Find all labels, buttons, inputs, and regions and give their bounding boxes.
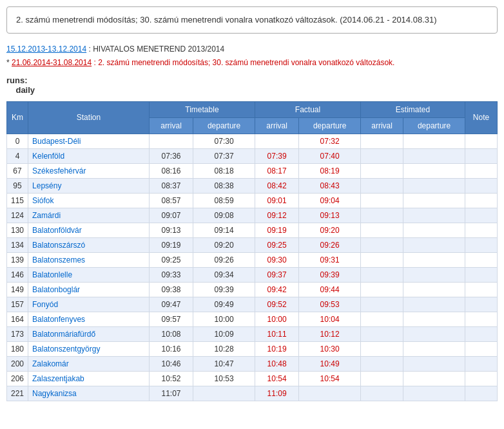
cell-station[interactable]: Siófok bbox=[28, 193, 150, 208]
cell-station[interactable]: Zalakomár bbox=[28, 356, 150, 371]
col-header-note: Note bbox=[465, 101, 498, 134]
cell-station[interactable]: Fonyód bbox=[28, 297, 150, 312]
cell-tt-departure: 07:37 bbox=[193, 148, 255, 163]
station-link[interactable]: Zalaszentjakab bbox=[32, 374, 84, 383]
station-link[interactable]: Székesfehérvár bbox=[32, 166, 86, 175]
cell-note bbox=[465, 148, 498, 163]
cell-fa-arrival: 09:30 bbox=[255, 252, 298, 267]
cell-fa-arrival: 09:52 bbox=[255, 297, 298, 312]
station-link[interactable]: Balatonlelle bbox=[32, 270, 72, 279]
cell-tt-departure: 07:30 bbox=[193, 134, 255, 148]
cell-station[interactable]: Balatonfenyves bbox=[28, 312, 150, 326]
cell-note bbox=[465, 267, 498, 282]
cell-est-departure bbox=[403, 267, 465, 282]
cell-km: 157 bbox=[7, 297, 28, 312]
cell-fa-arrival: 10:54 bbox=[255, 371, 298, 386]
station-link[interactable]: Balatonföldvár bbox=[32, 226, 82, 235]
cell-station[interactable]: Nagykanizsa bbox=[28, 386, 150, 401]
cell-tt-arrival: 10:46 bbox=[149, 356, 193, 371]
cell-km: 180 bbox=[7, 341, 28, 356]
cell-fa-arrival: 10:48 bbox=[255, 356, 298, 371]
cell-est-arrival bbox=[361, 341, 403, 356]
cell-est-departure bbox=[403, 297, 465, 312]
table-row: 149Balatonboglár09:3809:3909:4209:44 bbox=[7, 282, 498, 297]
col-header-fa-arrival: arrival bbox=[255, 117, 298, 134]
station-link[interactable]: Zamárdi bbox=[32, 211, 61, 220]
cell-fa-departure bbox=[299, 386, 361, 401]
cell-est-departure bbox=[403, 386, 465, 401]
table-row: 95Lepsény08:3708:3808:4208:43 bbox=[7, 178, 498, 193]
cell-est-arrival bbox=[361, 208, 403, 223]
cell-est-arrival bbox=[361, 371, 403, 386]
station-link[interactable]: Zalakomár bbox=[32, 359, 69, 368]
station-link[interactable]: Fonyód bbox=[32, 300, 58, 309]
cell-est-arrival bbox=[361, 312, 403, 326]
cell-station[interactable]: Székesfehérvár bbox=[28, 163, 150, 178]
cell-est-departure bbox=[403, 312, 465, 326]
cell-tt-departure: 08:59 bbox=[193, 193, 255, 208]
station-link[interactable]: Balatonfenyves bbox=[32, 315, 85, 324]
station-link[interactable]: Balatonszemes bbox=[32, 255, 85, 264]
cell-station[interactable]: Balatonszentgyörgy bbox=[28, 341, 150, 356]
table-row: 124Zamárdi09:0709:0809:1209:13 bbox=[7, 208, 498, 223]
cell-est-departure bbox=[403, 341, 465, 356]
cell-tt-arrival: 07:36 bbox=[149, 148, 193, 163]
cell-station[interactable]: Kelenföld bbox=[28, 148, 150, 163]
cell-tt-departure: 10:47 bbox=[193, 356, 255, 371]
announcement-text: 2. számú menetrendi módosítás; 30. számú… bbox=[16, 15, 437, 25]
timetable-link-2-suffix: : 2. számú menetrendi módosítás; 30. szá… bbox=[93, 58, 394, 67]
station-link[interactable]: Nagykanizsa bbox=[32, 389, 77, 398]
cell-station[interactable]: Balatonszemes bbox=[28, 252, 150, 267]
timetable-link-row-1: 15.12.2013-13.12.2014 : HIVATALOS MENETR… bbox=[6, 43, 498, 57]
table-row: 157Fonyód09:4709:4909:5209:53 bbox=[7, 297, 498, 312]
col-header-tt-arrival: arrival bbox=[149, 117, 193, 134]
cell-note bbox=[465, 134, 498, 148]
cell-est-arrival bbox=[361, 193, 403, 208]
station-link[interactable]: Lepsény bbox=[32, 181, 61, 190]
station-link[interactable]: Siófok bbox=[32, 196, 53, 205]
cell-station[interactable]: Balatonszárszó bbox=[28, 237, 150, 252]
cell-note bbox=[465, 223, 498, 237]
cell-station[interactable]: Zalaszentjakab bbox=[28, 371, 150, 386]
cell-km: 95 bbox=[7, 178, 28, 193]
cell-fa-arrival: 11:09 bbox=[255, 386, 298, 401]
table-row: 0Budapest-Déli07:3007:32 bbox=[7, 134, 498, 148]
cell-km: 206 bbox=[7, 371, 28, 386]
station-link[interactable]: Budapest-Déli bbox=[32, 137, 81, 146]
cell-station[interactable]: Balatonmáriafürdő bbox=[28, 326, 150, 341]
cell-station[interactable]: Budapest-Déli bbox=[28, 134, 150, 148]
cell-note bbox=[465, 356, 498, 371]
runs-section: runs: daily bbox=[6, 75, 498, 95]
cell-fa-arrival: 07:39 bbox=[255, 148, 298, 163]
table-row: 134Balatonszárszó09:1909:2009:2509:26 bbox=[7, 237, 498, 252]
table-row: 200Zalakomár10:4610:4710:4810:49 bbox=[7, 356, 498, 371]
cell-station[interactable]: Balatonlelle bbox=[28, 267, 150, 282]
cell-station[interactable]: Lepsény bbox=[28, 178, 150, 193]
cell-tt-departure: 09:34 bbox=[193, 267, 255, 282]
table-row: 139Balatonszemes09:2509:2609:3009:31 bbox=[7, 252, 498, 267]
timetable-link-1-suffix: : HIVATALOS MENETREND 2013/2014 bbox=[88, 45, 224, 54]
cell-note bbox=[465, 237, 498, 252]
table-row: 173Balatonmáriafürdő10:0810:0910:1110:12 bbox=[7, 326, 498, 341]
station-link[interactable]: Balatonszárszó bbox=[32, 241, 85, 250]
cell-station[interactable]: Balatonföldvár bbox=[28, 223, 150, 237]
station-link[interactable]: Balatonmáriafürdő bbox=[32, 330, 95, 339]
station-link[interactable]: Balatonboglár bbox=[32, 285, 80, 294]
cell-est-arrival bbox=[361, 134, 403, 148]
timetable-link-1[interactable]: 15.12.2013-13.12.2014 bbox=[6, 45, 86, 54]
table-row: 67Székesfehérvár08:1608:1808:1708:19 bbox=[7, 163, 498, 178]
timetable-links-section: 15.12.2013-13.12.2014 : HIVATALOS MENETR… bbox=[6, 43, 498, 70]
cell-station[interactable]: Balatonboglár bbox=[28, 282, 150, 297]
cell-station[interactable]: Zamárdi bbox=[28, 208, 150, 223]
timetable-link-2[interactable]: 21.06.2014-31.08.2014 bbox=[12, 58, 92, 67]
station-link[interactable]: Balatonszentgyörgy bbox=[32, 344, 100, 354]
cell-est-departure bbox=[403, 326, 465, 341]
cell-fa-departure: 08:19 bbox=[299, 163, 361, 178]
cell-fa-departure: 10:12 bbox=[299, 326, 361, 341]
station-link[interactable]: Kelenföld bbox=[32, 152, 64, 161]
col-header-km: Km bbox=[7, 101, 28, 134]
cell-est-departure bbox=[403, 178, 465, 193]
cell-fa-arrival: 09:12 bbox=[255, 208, 298, 223]
cell-note bbox=[465, 312, 498, 326]
cell-km: 67 bbox=[7, 163, 28, 178]
